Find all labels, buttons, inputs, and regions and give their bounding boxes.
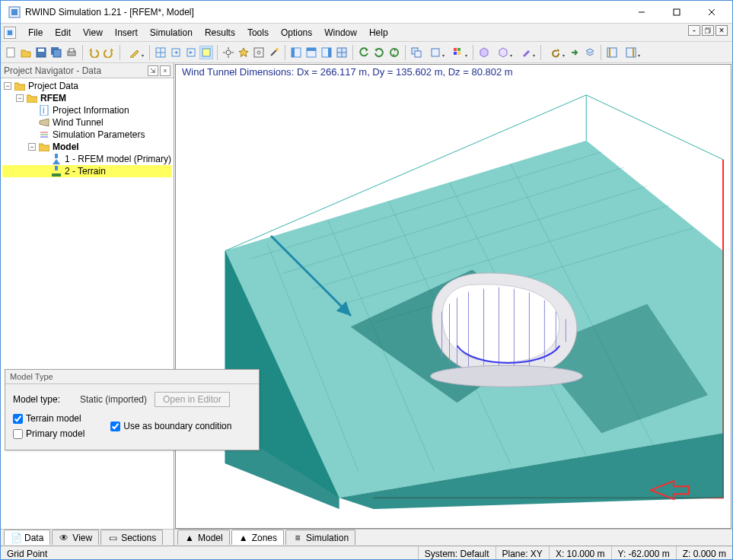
tree[interactable]: − Project Data − RFEM i Project Informat… bbox=[1, 78, 174, 529]
vtab-zones[interactable]: ▲Zones bbox=[231, 530, 284, 545]
grid-prev-icon[interactable] bbox=[169, 46, 183, 59]
saveall-icon[interactable] bbox=[49, 46, 63, 59]
menu-edit[interactable]: Edit bbox=[49, 25, 77, 40]
cube-drop-icon[interactable] bbox=[492, 46, 514, 59]
grid-blue-icon[interactable] bbox=[154, 46, 167, 59]
tree-root[interactable]: − Project Data bbox=[2, 80, 172, 92]
save-icon[interactable] bbox=[34, 46, 48, 59]
go-next-icon[interactable] bbox=[568, 46, 582, 59]
undo-icon[interactable] bbox=[87, 46, 100, 59]
mdi-restore-button[interactable] bbox=[702, 25, 714, 36]
svg-text:i: i bbox=[43, 105, 45, 116]
menu-window[interactable]: Window bbox=[318, 25, 363, 40]
pin-icon[interactable]: ⇲ bbox=[148, 65, 158, 76]
color-drop-icon[interactable] bbox=[448, 46, 469, 59]
close-button[interactable] bbox=[694, 1, 729, 24]
tree-rfem-model[interactable]: 1 - RFEM model (Primary) bbox=[2, 153, 172, 165]
svg-rect-45 bbox=[454, 48, 457, 51]
panel3-icon[interactable] bbox=[320, 46, 333, 59]
svg-rect-9 bbox=[705, 29, 709, 33]
menu-options[interactable]: Options bbox=[275, 25, 318, 40]
zones-icon: ▲ bbox=[238, 533, 249, 543]
tree-rfem[interactable]: − RFEM bbox=[2, 92, 172, 104]
status-x: X: 10.000 m bbox=[549, 546, 611, 560]
tunnel-icon bbox=[39, 117, 49, 128]
menu-file[interactable]: File bbox=[22, 25, 49, 40]
split4-icon[interactable] bbox=[335, 46, 349, 59]
primary-checkbox[interactable]: Primary model bbox=[13, 428, 84, 439]
refresh-undo-icon[interactable] bbox=[357, 46, 371, 59]
svg-rect-47 bbox=[454, 52, 457, 55]
tree-model[interactable]: − Model bbox=[2, 141, 172, 153]
tree-sim-params[interactable]: Simulation Parameters bbox=[2, 129, 172, 141]
terrain-checkbox[interactable]: Terrain model bbox=[13, 413, 84, 424]
tree-project-info[interactable]: i Project Information bbox=[2, 104, 172, 116]
sections-icon: ▭ bbox=[107, 533, 118, 543]
viewport[interactable]: Wind Tunnel Dimensions: Dx = 266.117 m, … bbox=[175, 64, 731, 529]
menu-bar: File Edit View Insert Simulation Results… bbox=[1, 24, 732, 42]
refresh-icon[interactable] bbox=[372, 46, 386, 59]
svg-point-23 bbox=[226, 50, 231, 55]
model-icon bbox=[51, 154, 62, 164]
vtab-simulation[interactable]: ≡Simulation bbox=[285, 530, 355, 545]
refresh-all-icon[interactable] bbox=[387, 46, 401, 59]
minimize-button[interactable] bbox=[624, 1, 659, 24]
menu-help[interactable]: Help bbox=[363, 25, 394, 40]
boundary-checkbox[interactable]: Use as boundary condition bbox=[110, 413, 231, 439]
info-icon: i bbox=[39, 105, 49, 116]
sim-icon: ≡ bbox=[292, 533, 303, 543]
menu-insert[interactable]: Insert bbox=[109, 25, 144, 40]
copy-drop-icon[interactable] bbox=[425, 46, 446, 59]
panel2-icon[interactable] bbox=[304, 46, 318, 59]
project-navigator: Project Navigator - Data ⇲ × − Project D… bbox=[1, 63, 174, 546]
folder-icon bbox=[27, 93, 37, 103]
tab-data[interactable]: 📄Data bbox=[4, 530, 50, 545]
wand-icon[interactable] bbox=[267, 46, 281, 59]
menu-tools[interactable]: Tools bbox=[241, 25, 275, 40]
vtab-model[interactable]: ▲Model bbox=[177, 530, 230, 545]
open-icon[interactable] bbox=[19, 46, 33, 59]
gear-icon[interactable] bbox=[221, 46, 235, 59]
print-icon[interactable] bbox=[65, 46, 78, 59]
endcap2-icon[interactable] bbox=[620, 46, 642, 59]
menu-results[interactable]: Results bbox=[199, 25, 241, 40]
pencil-icon[interactable] bbox=[124, 46, 145, 59]
status-left: Grid Point bbox=[1, 546, 418, 560]
maximize-button[interactable] bbox=[659, 1, 694, 24]
overlay-dimensions: Wind Tunnel Dimensions: Dx = 266.117 m, … bbox=[182, 66, 513, 78]
redo-icon[interactable] bbox=[102, 46, 116, 59]
rollback-icon[interactable] bbox=[545, 46, 566, 59]
star-icon[interactable] bbox=[237, 46, 250, 59]
svg-point-29 bbox=[257, 51, 260, 54]
view-tabs: ▲Model ▲Zones ≡Simulation bbox=[174, 529, 732, 546]
svg-rect-10 bbox=[7, 48, 14, 57]
menu-view[interactable]: View bbox=[77, 25, 109, 40]
folder-icon bbox=[14, 81, 25, 91]
grid-sel-icon[interactable] bbox=[199, 46, 213, 59]
svg-rect-14 bbox=[53, 49, 61, 57]
mdi-minimize-button[interactable]: - bbox=[688, 25, 700, 36]
endcap1-icon[interactable] bbox=[605, 46, 619, 59]
menu-simulation[interactable]: Simulation bbox=[144, 25, 199, 40]
tree-terrain[interactable]: 2 - Terrain bbox=[2, 165, 172, 177]
svg-rect-60 bbox=[52, 173, 61, 177]
tab-view[interactable]: 👁View bbox=[52, 530, 99, 545]
viewport-container: Wind Tunnel Dimensions: Dx = 266.117 m, … bbox=[174, 63, 732, 546]
menu-app-icon[interactable] bbox=[4, 27, 16, 39]
tree-wind-tunnel[interactable]: Wind Tunnel bbox=[2, 116, 172, 129]
model-icon: ▲ bbox=[184, 533, 195, 543]
copy-icon[interactable] bbox=[410, 46, 423, 59]
tab-sections[interactable]: ▭Sections bbox=[100, 530, 163, 545]
layers-icon[interactable] bbox=[583, 46, 597, 59]
mesh-gear-icon[interactable] bbox=[252, 46, 266, 59]
scene-3d bbox=[176, 65, 731, 528]
brush-drop-icon[interactable] bbox=[515, 46, 537, 59]
cube-icon[interactable] bbox=[477, 46, 491, 59]
panel-close-icon[interactable]: × bbox=[160, 65, 171, 76]
new-icon[interactable] bbox=[4, 46, 18, 59]
grid-next-icon[interactable] bbox=[184, 46, 198, 59]
navigator-header: Project Navigator - Data ⇲ × bbox=[1, 63, 174, 78]
open-editor-button: Open in Editor bbox=[155, 392, 230, 407]
mdi-close-button[interactable]: × bbox=[715, 25, 728, 36]
panel1-icon[interactable] bbox=[289, 46, 303, 59]
